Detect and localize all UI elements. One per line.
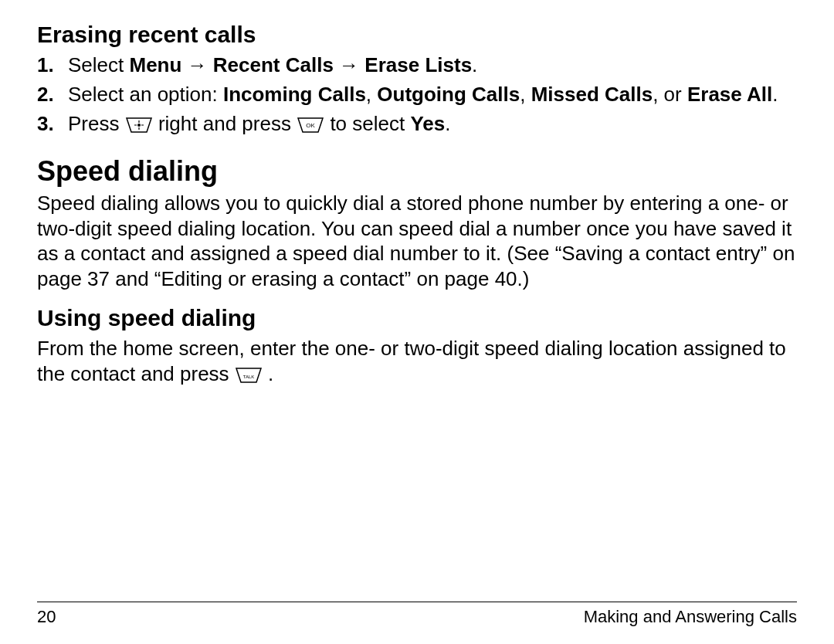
text: . <box>772 83 778 106</box>
text: Select an option: <box>68 83 223 106</box>
option-yes: Yes <box>410 112 445 135</box>
using-speed-dialing-body: From the home screen, enter the one- or … <box>37 336 797 386</box>
talk-key-icon: TALK <box>235 367 263 384</box>
option-outgoing: Outgoing Calls <box>377 83 520 106</box>
speed-dialing-body: Speed dialing allows you to quickly dial… <box>37 191 797 291</box>
option-erase-all: Erase All <box>687 83 772 106</box>
heading-erasing-recent-calls: Erasing recent calls <box>37 22 797 48</box>
text: . <box>445 112 450 135</box>
steps-list: Select Menu → Recent Calls → Erase Lists… <box>37 53 797 137</box>
text: . <box>472 53 477 76</box>
text: Select <box>68 53 130 76</box>
step-1: Select Menu → Recent Calls → Erase Lists… <box>37 53 797 79</box>
option-missed: Missed Calls <box>531 83 653 106</box>
text: , <box>366 83 377 106</box>
ok-key-icon: OK <box>297 117 324 134</box>
page-number: 20 <box>37 607 56 627</box>
chapter-title: Making and Answering Calls <box>584 607 797 627</box>
text: right and press <box>158 112 297 135</box>
text: , <box>520 83 531 106</box>
text: From the home screen, enter the one- or … <box>37 337 786 385</box>
page-footer: 20 Making and Answering Calls <box>37 602 797 627</box>
text: , or <box>653 83 687 106</box>
step-2: Select an option: Incoming Calls, Outgoi… <box>37 82 797 108</box>
heading-using-speed-dialing: Using speed dialing <box>37 305 797 331</box>
text: to select <box>330 112 410 135</box>
svg-text:OK: OK <box>306 122 315 129</box>
svg-point-0 <box>137 124 141 127</box>
manual-page: Erasing recent calls Select Menu → Recen… <box>0 0 834 644</box>
nav-key-icon <box>125 117 153 134</box>
text: . <box>268 362 273 385</box>
step-3: Press right and press OK to select Yes. <box>37 111 797 137</box>
svg-text:TALK: TALK <box>243 375 255 379</box>
text: Press <box>68 112 125 135</box>
menu-path: Menu → Recent Calls → Erase Lists <box>130 53 473 76</box>
heading-speed-dialing: Speed dialing <box>37 155 797 188</box>
option-incoming: Incoming Calls <box>223 83 366 106</box>
